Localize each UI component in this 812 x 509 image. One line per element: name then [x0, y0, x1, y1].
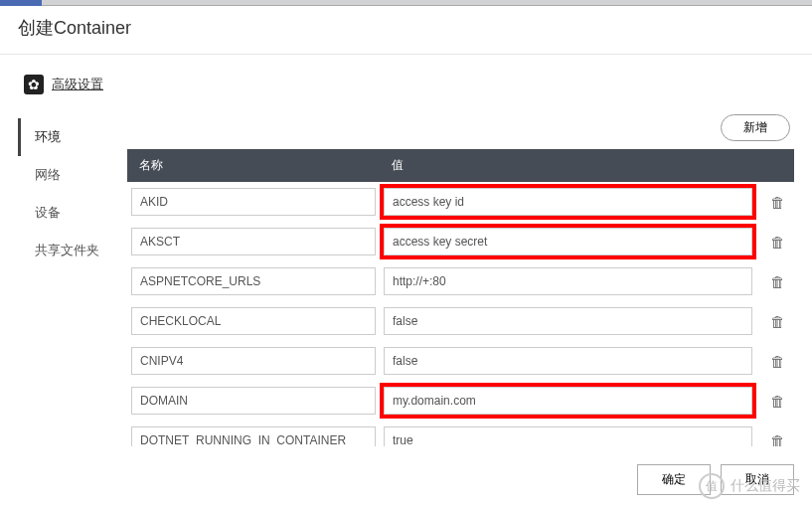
- env-name-input[interactable]: [131, 347, 376, 375]
- trash-icon[interactable]: 🗑: [760, 194, 794, 211]
- table-row: 🗑: [127, 261, 794, 301]
- env-name-input[interactable]: [131, 267, 376, 295]
- table-body: 🗑🗑🗑🗑🗑🗑🗑: [127, 182, 794, 446]
- env-value-input[interactable]: [384, 387, 752, 415]
- sidebar-item[interactable]: 共享文件夹: [18, 232, 127, 269]
- advanced-settings-toggle[interactable]: ✿ 高级设置: [0, 55, 812, 108]
- table-row: 🗑: [127, 421, 794, 446]
- trash-icon[interactable]: 🗑: [760, 313, 794, 330]
- env-name-input[interactable]: [131, 426, 376, 446]
- env-name-input[interactable]: [131, 188, 376, 216]
- table-row: 🗑: [127, 341, 794, 381]
- page-title: 创建Container: [0, 6, 812, 55]
- trash-icon[interactable]: 🗑: [760, 234, 794, 251]
- table-row: 🗑: [127, 182, 794, 222]
- env-name-input[interactable]: [131, 387, 376, 415]
- trash-icon[interactable]: 🗑: [760, 393, 794, 410]
- trash-icon[interactable]: 🗑: [760, 432, 794, 447]
- advanced-settings-label[interactable]: 高级设置: [52, 76, 103, 93]
- env-value-input[interactable]: [384, 347, 752, 375]
- sidebar-item[interactable]: 设备: [18, 194, 127, 232]
- sidebar-item[interactable]: 网络: [18, 156, 127, 194]
- gear-icon: ✿: [24, 75, 44, 94]
- sidebar: 环境网络设备共享文件夹: [18, 108, 127, 446]
- ok-button[interactable]: 确定: [637, 464, 711, 495]
- add-button[interactable]: 新增: [721, 114, 790, 141]
- table-row: 🗑: [127, 301, 794, 341]
- env-value-input[interactable]: [384, 307, 752, 335]
- table-header: 名称 值: [127, 149, 794, 182]
- col-name: 名称: [127, 149, 380, 182]
- env-value-input[interactable]: [384, 228, 752, 255]
- sidebar-item[interactable]: 环境: [18, 118, 127, 156]
- env-value-input[interactable]: [384, 426, 752, 446]
- env-value-input[interactable]: [384, 267, 752, 295]
- env-value-input[interactable]: [384, 188, 752, 216]
- trash-icon[interactable]: 🗑: [760, 353, 794, 370]
- col-value: 值: [380, 149, 750, 182]
- env-name-input[interactable]: [131, 228, 376, 255]
- env-name-input[interactable]: [131, 307, 376, 335]
- table-row: 🗑: [127, 381, 794, 421]
- table-row: 🗑: [127, 222, 794, 261]
- cancel-button[interactable]: 取消: [721, 464, 794, 495]
- trash-icon[interactable]: 🗑: [760, 273, 794, 290]
